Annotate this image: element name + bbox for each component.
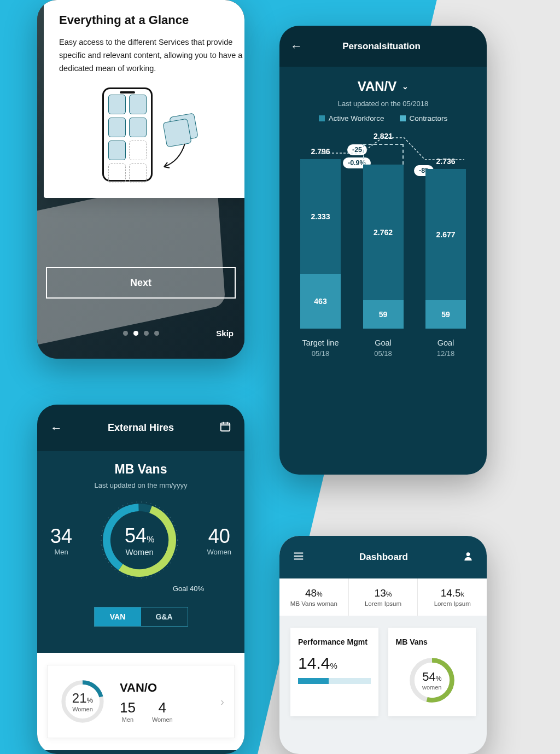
stat-bar: 48% MB Vans woman 13% Lorem Ipsum 14.5k … [279, 578, 487, 616]
workforce-bar-chart: -25 -0.9% -85 2.796 463 2.333 Target lin… [300, 161, 466, 358]
back-icon[interactable]: ← [50, 421, 62, 435]
progress-bar [298, 678, 371, 684]
women-donut-chart: 54% Women [98, 499, 180, 581]
chevron-down-icon: ⌄ [402, 82, 409, 91]
calendar-icon[interactable] [219, 420, 231, 436]
pagination-dots[interactable] [123, 331, 159, 336]
skip-button[interactable]: Skip [216, 329, 234, 338]
svg-point-7 [466, 552, 470, 556]
onboarding-illustration [59, 87, 244, 182]
bar-column: 2.796 463 2.333 Target line 05/18 [300, 147, 341, 358]
personal-situation-screen: ← Personalsituation VAN/V ⌄ Last updated… [279, 26, 487, 475]
app-header: Dashboard [279, 536, 487, 578]
draggable-tiles-icon [164, 115, 203, 154]
stat-men: 34 Men [50, 525, 72, 556]
tab-ga[interactable]: G&A [141, 607, 188, 626]
app-header: ← External Hires [37, 405, 244, 451]
performance-card[interactable]: Performance Mgmt 14.4% [290, 628, 378, 716]
user-icon[interactable] [463, 551, 474, 564]
unit-dropdown[interactable]: VAN/V ⌄ [358, 79, 409, 94]
subunits-section: 21% Women VAN/O 15 Men 4 Women › [37, 653, 244, 750]
stat-cell[interactable]: 14.5k Lorem Ipsum [418, 578, 487, 616]
subunit-card[interactable]: 21% Women VAN/O 15 Men 4 Women › [47, 665, 235, 738]
next-button[interactable]: Next [46, 267, 236, 299]
header-title: External Hires [108, 422, 174, 434]
stat-women: 4 Women [152, 699, 173, 723]
page-title: MB Vans [50, 462, 231, 477]
segment-tabs: VAN G&A [94, 607, 188, 627]
mb-vans-card[interactable]: MB Vans 54% women [388, 628, 476, 716]
stat-cell[interactable]: 48% MB Vans woman [279, 578, 349, 616]
last-updated: Last updated on the 05/2018 [300, 100, 466, 108]
goal-label: Goal 40% [50, 585, 231, 593]
header-title: Dashboard [359, 552, 408, 563]
onboarding-card: Everything at a Glance Easy access to th… [44, 0, 244, 198]
svg-rect-0 [221, 423, 230, 431]
external-hires-screen: ← External Hires MB Vans Last updated on… [37, 405, 244, 754]
mini-donut-chart: 21% Women [57, 676, 108, 727]
stat-women: 40 Women [207, 525, 231, 556]
chevron-right-icon: › [220, 695, 224, 708]
header-title: Personalsituation [287, 41, 476, 52]
stat-cell[interactable]: 13% Lorem Ipsum [349, 578, 418, 616]
bar-column: 2.821 59 2.762 Goal 05/18 [363, 132, 404, 358]
app-header: ← Personalsituation [279, 26, 487, 67]
subunit-title: VAN/O [120, 681, 208, 695]
menu-icon[interactable] [293, 550, 305, 565]
phone-illustration-icon [102, 87, 153, 182]
last-updated: Last updated on the mm/yyyy [50, 481, 231, 489]
onboarding-body: Easy access to the different Services th… [59, 36, 244, 75]
bar-column: 2.736 59 2.677 Goal 12/18 [425, 157, 466, 358]
tab-van[interactable]: VAN [95, 607, 141, 626]
stat-men: 15 Men [120, 699, 136, 723]
onboarding-screen: Everything at a Glance Easy access to th… [37, 0, 244, 359]
donut-chart: 54% women [406, 654, 458, 706]
dashboard-screen: Dashboard 48% MB Vans woman 13% Lorem Ip… [279, 536, 487, 754]
onboarding-title: Everything at a Glance [59, 13, 244, 27]
chart-legend: Active Workforce Contractors [300, 114, 466, 122]
